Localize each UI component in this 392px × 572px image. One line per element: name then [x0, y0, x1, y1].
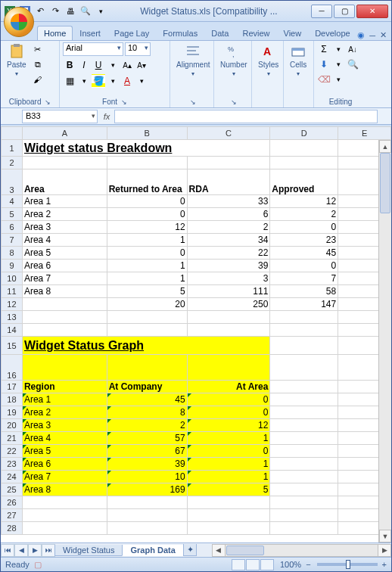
hdr-approved[interactable]: Approved — [270, 169, 338, 195]
cell[interactable]: 12 — [107, 221, 187, 234]
fill-color-button[interactable]: 🪣 — [92, 74, 105, 88]
cell[interactable]: Area 2 — [22, 406, 107, 419]
tab-pagelayout[interactable]: Page Lay — [107, 26, 156, 40]
row-21[interactable]: 21 — [2, 432, 23, 445]
number-launcher-icon[interactable]: ↘ — [231, 98, 237, 106]
row-16[interactable]: 16 — [2, 355, 23, 381]
zoom-in-icon[interactable]: + — [382, 560, 387, 569]
cell[interactable]: 10 — [107, 471, 187, 483]
tab-formulas[interactable]: Formulas — [156, 26, 204, 40]
cell[interactable]: 2 — [107, 419, 187, 432]
cell[interactable]: 169 — [107, 483, 187, 496]
clipboard-launcher-icon[interactable]: ↘ — [45, 98, 51, 106]
row-20[interactable]: 20 — [2, 419, 23, 432]
cell[interactable]: Area 4 — [22, 432, 107, 445]
cell[interactable]: 0 — [107, 247, 187, 260]
cell[interactable]: 45 — [107, 393, 187, 406]
help-icon[interactable]: ◉ — [357, 30, 365, 40]
total-rda[interactable]: 250 — [187, 298, 270, 311]
fill-more-icon[interactable]: ▾ — [331, 58, 345, 71]
font-size-combo[interactable]: 10 — [125, 42, 151, 56]
bold-button[interactable]: B — [63, 58, 76, 72]
alignment-launcher-icon[interactable]: ↘ — [190, 98, 196, 106]
column-headers[interactable]: A B C D E — [2, 127, 391, 140]
ghdr-atarea[interactable]: At Area — [187, 381, 270, 393]
cell[interactable]: 33 — [187, 195, 270, 208]
autosum-button[interactable]: Σ — [317, 42, 331, 56]
cell[interactable]: 1 — [187, 458, 270, 471]
cell[interactable]: Area 5 — [22, 247, 107, 260]
cell[interactable]: 1 — [107, 234, 187, 247]
row-28[interactable]: 28 — [2, 522, 23, 535]
hdr-rda[interactable]: RDA — [187, 169, 270, 195]
office-button[interactable] — [4, 7, 34, 37]
font-name-combo[interactable]: Arial — [63, 42, 123, 56]
paste-button[interactable]: Paste ▾ — [4, 42, 30, 79]
view-pagebreak-button[interactable] — [260, 559, 274, 570]
row-22[interactable]: 22 — [2, 445, 23, 458]
row-17[interactable]: 17 — [2, 381, 23, 393]
row-26[interactable]: 26 — [2, 496, 23, 509]
row-9[interactable]: 9 — [2, 260, 23, 272]
redo-icon[interactable]: ↷ — [49, 5, 61, 17]
scroll-right-icon[interactable]: ▶ — [378, 545, 390, 556]
horizontal-scrollbar[interactable]: ◀ ▶ — [212, 544, 391, 557]
col-E[interactable]: E — [338, 127, 391, 140]
tab-data[interactable]: Data — [204, 26, 235, 40]
border-button[interactable]: ▦ — [63, 74, 76, 88]
cut-icon[interactable]: ✂ — [31, 42, 45, 56]
sheet-nav-next-icon[interactable]: ▶ — [28, 544, 42, 557]
number-button[interactable]: %,Number▾ — [217, 42, 250, 79]
cell[interactable]: 0 — [187, 406, 270, 419]
clear-more-icon[interactable]: ▾ — [331, 73, 345, 86]
col-A[interactable]: A — [22, 127, 107, 140]
sheet-nav-first-icon[interactable]: ⏮ — [1, 544, 14, 557]
row-25[interactable]: 25 — [2, 483, 23, 496]
ghdr-region[interactable]: Region — [22, 381, 107, 393]
view-pagelayout-button[interactable] — [246, 559, 260, 570]
fontcolor-more-icon[interactable]: ▾ — [135, 74, 148, 88]
cells-button[interactable]: Cells▾ — [287, 42, 310, 79]
sheet-nav-prev-icon[interactable]: ◀ — [14, 544, 28, 557]
zoom-slider[interactable] — [317, 563, 378, 566]
row-4[interactable]: 4 — [2, 195, 23, 208]
hdr-area[interactable]: Area — [22, 169, 107, 195]
copy-icon[interactable]: ⧉ — [31, 58, 45, 71]
cell[interactable]: 39 — [107, 458, 187, 471]
tab-review[interactable]: Review — [235, 26, 276, 40]
increase-font-icon[interactable]: A▴ — [120, 58, 134, 72]
italic-button[interactable]: I — [77, 58, 91, 72]
tab-insert[interactable]: Insert — [73, 26, 107, 40]
fx-icon[interactable]: fx — [99, 112, 114, 121]
tab-home[interactable]: Home — [37, 26, 73, 40]
cell[interactable]: 22 — [187, 247, 270, 260]
cell[interactable]: 45 — [270, 247, 338, 260]
cell[interactable]: Area 6 — [22, 458, 107, 471]
preview-icon[interactable]: 🔍 — [79, 5, 92, 17]
find-button[interactable]: 🔍 — [346, 58, 359, 71]
row-19[interactable]: 19 — [2, 406, 23, 419]
sheet-tab-new-icon[interactable]: ✦ — [183, 544, 197, 556]
total-returned[interactable]: 20 — [107, 298, 187, 311]
doc-close-icon[interactable]: ✕ — [380, 30, 387, 40]
formula-input[interactable] — [114, 110, 378, 123]
cell[interactable]: Area 8 — [22, 285, 107, 298]
title-cell[interactable]: Widget status Breakdown — [22, 140, 269, 157]
macro-record-icon[interactable]: ▢ — [34, 560, 42, 570]
format-painter-icon[interactable]: 🖌 — [31, 73, 45, 86]
autosum-more-icon[interactable]: ▾ — [331, 42, 345, 56]
undo-icon[interactable]: ↶ — [34, 5, 46, 17]
cell[interactable]: 7 — [270, 272, 338, 285]
cell[interactable]: 8 — [107, 406, 187, 419]
scroll-thumb[interactable] — [380, 153, 390, 213]
cell[interactable]: Area 6 — [22, 260, 107, 272]
cell[interactable]: 5 — [187, 483, 270, 496]
row-13[interactable]: 13 — [2, 311, 23, 324]
hdr-returned[interactable]: Returned to Area — [107, 169, 187, 195]
cell[interactable]: Area 8 — [22, 483, 107, 496]
cell[interactable]: Area 3 — [22, 221, 107, 234]
cell[interactable]: 0 — [107, 208, 187, 221]
print-icon[interactable]: 🖶 — [64, 5, 76, 17]
vertical-scrollbar[interactable]: ▲ ▼ — [378, 140, 391, 542]
font-launcher-icon[interactable]: ↘ — [121, 98, 127, 106]
